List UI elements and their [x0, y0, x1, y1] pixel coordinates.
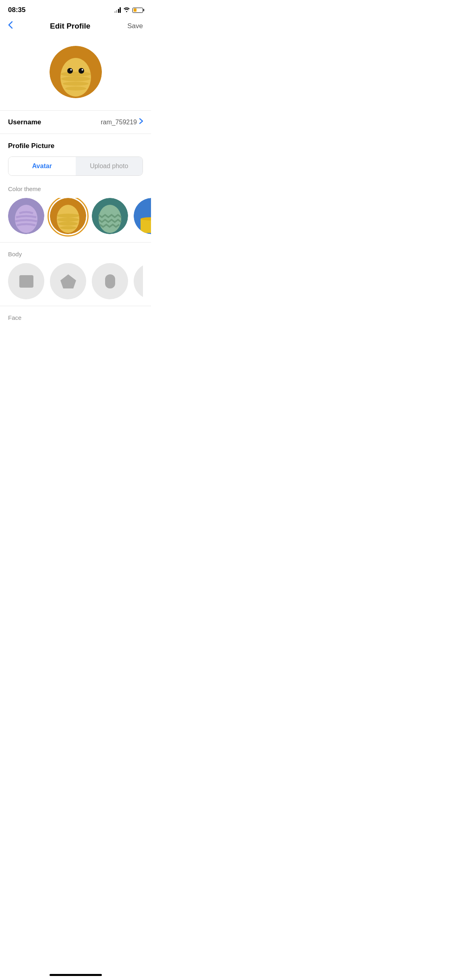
wifi-icon: [123, 7, 130, 13]
svg-point-5: [65, 86, 86, 91]
picture-type-toggle: Avatar Upload photo: [8, 156, 143, 176]
svg-point-7: [79, 68, 84, 74]
svg-point-14: [57, 214, 79, 218]
body-options-row: [8, 263, 143, 299]
svg-marker-25: [60, 274, 76, 288]
status-time: 08:35: [8, 6, 25, 14]
save-button[interactable]: Save: [127, 22, 143, 30]
profile-picture-title: Profile Picture: [8, 142, 143, 150]
body-section: Body: [0, 243, 151, 306]
svg-point-2: [60, 72, 91, 76]
svg-point-11: [15, 205, 37, 233]
color-theme-orange[interactable]: [50, 198, 86, 234]
svg-point-9: [81, 69, 83, 71]
face-label: Face: [8, 314, 143, 321]
body-label: Body: [8, 251, 143, 263]
svg-rect-24: [19, 275, 33, 288]
avatar-tab[interactable]: Avatar: [8, 157, 76, 175]
svg-point-3: [61, 76, 90, 81]
color-theme-purple[interactable]: [8, 198, 44, 234]
profile-picture-section: Profile Picture Avatar Upload photo: [0, 134, 151, 182]
battery-icon: [132, 8, 143, 13]
back-button[interactable]: [8, 21, 13, 31]
body-item-square[interactable]: [8, 263, 44, 299]
page-title: Edit Profile: [50, 22, 90, 31]
status-icons: [114, 7, 143, 13]
avatar[interactable]: [50, 46, 102, 98]
svg-rect-26: [105, 274, 115, 288]
svg-point-6: [67, 68, 73, 74]
face-section: Face: [0, 306, 151, 324]
color-theme-row: [0, 198, 151, 242]
svg-point-15: [57, 218, 79, 222]
svg-point-17: [60, 226, 76, 229]
username-row[interactable]: Username ram_759219: [0, 110, 151, 134]
svg-point-4: [63, 82, 89, 86]
username-value-wrapper: ram_759219: [101, 118, 143, 126]
avatar-section: [0, 38, 151, 110]
color-theme-label: Color theme: [0, 182, 151, 198]
color-theme-blue-yellow[interactable]: [134, 198, 151, 234]
color-theme-teal[interactable]: [92, 198, 128, 234]
username-value: ram_759219: [101, 119, 137, 126]
svg-marker-27: [143, 274, 143, 289]
svg-rect-22: [141, 219, 151, 233]
username-label: Username: [8, 118, 41, 126]
svg-point-8: [70, 69, 72, 71]
svg-point-16: [58, 222, 78, 226]
nav-bar: Edit Profile Save: [0, 18, 151, 35]
upload-photo-tab[interactable]: Upload photo: [76, 157, 143, 175]
status-bar: 08:35: [0, 0, 151, 18]
chevron-right-icon: [139, 118, 143, 126]
body-item-triangle[interactable]: [134, 263, 143, 299]
body-item-pentagon[interactable]: [50, 263, 86, 299]
body-item-round[interactable]: [92, 263, 128, 299]
signal-icon: [114, 7, 121, 13]
